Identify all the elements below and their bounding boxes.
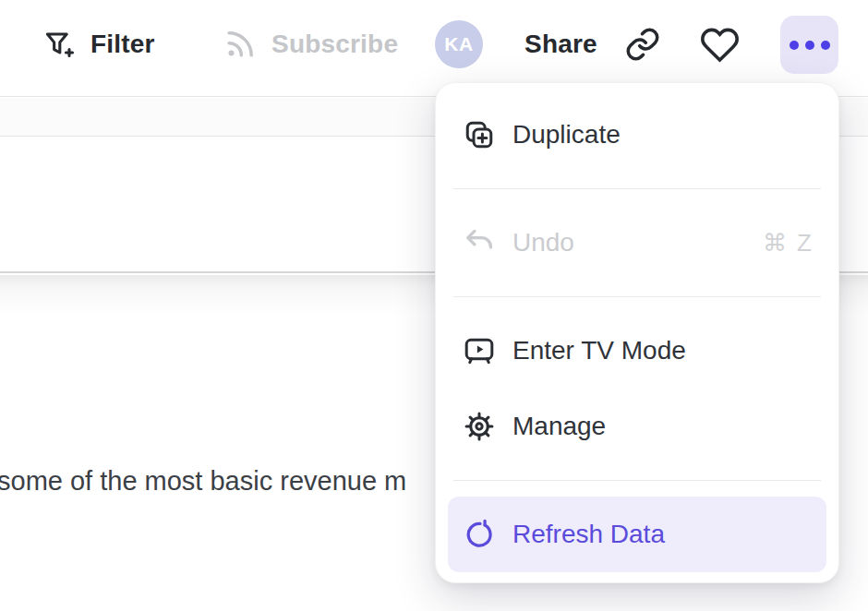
- share-button[interactable]: Share: [524, 24, 597, 65]
- keyboard-shortcut: ⌘ Z: [763, 229, 814, 258]
- menu-divider: [453, 296, 821, 297]
- more-options-button[interactable]: [780, 16, 838, 74]
- heart-icon: [700, 25, 740, 65]
- rss-icon: [223, 27, 258, 62]
- ellipsis-icon: [790, 41, 830, 50]
- filter-button[interactable]: Filter: [42, 24, 155, 65]
- subscribe-button[interactable]: Subscribe: [223, 24, 398, 65]
- copy-link-button[interactable]: [624, 24, 661, 65]
- menu-item-label: Manage: [512, 412, 606, 441]
- menu-item-label: Undo: [512, 228, 574, 258]
- share-label: Share: [524, 30, 597, 59]
- menu-item-label: Enter TV Mode: [512, 336, 686, 365]
- undo-icon: [463, 226, 496, 259]
- menu-item-undo[interactable]: Undo ⌘ Z: [448, 205, 826, 281]
- link-icon: [624, 26, 661, 63]
- dashboard-page: Filter Subscribe KA Share: [0, 0, 868, 611]
- menu-item-duplicate[interactable]: Duplicate: [448, 97, 826, 173]
- menu-item-manage[interactable]: Manage: [448, 389, 826, 464]
- tv-icon: [463, 334, 496, 367]
- menu-item-refresh-data[interactable]: Refresh Data: [448, 497, 826, 572]
- menu-item-label: Refresh Data: [512, 520, 665, 549]
- refresh-icon: [463, 518, 496, 551]
- user-avatar[interactable]: KA: [435, 20, 483, 68]
- duplicate-icon: [463, 118, 496, 151]
- avatar-initials: KA: [444, 33, 473, 55]
- menu-item-enter-tv-mode[interactable]: Enter TV Mode: [448, 313, 826, 389]
- funnel-plus-icon: [42, 28, 77, 62]
- menu-divider: [453, 188, 821, 189]
- more-options-menu: Duplicate Undo ⌘ Z Enter TV M: [435, 82, 839, 583]
- menu-item-label: Duplicate: [512, 120, 621, 150]
- filter-label: Filter: [90, 30, 155, 59]
- gear-icon: [463, 410, 496, 443]
- menu-divider: [453, 480, 821, 481]
- favorite-button[interactable]: [700, 24, 740, 65]
- subscribe-label: Subscribe: [271, 30, 398, 59]
